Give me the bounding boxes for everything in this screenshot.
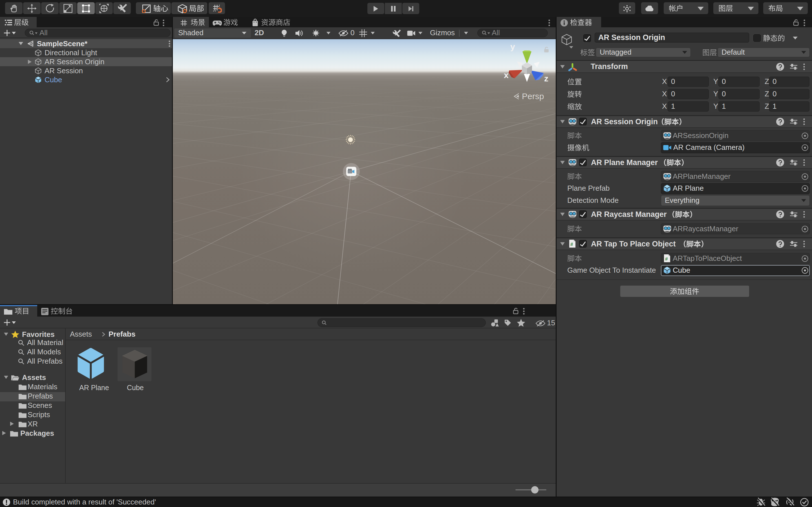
svg-text:#: # — [570, 242, 573, 247]
svg-text:#: # — [665, 256, 668, 262]
